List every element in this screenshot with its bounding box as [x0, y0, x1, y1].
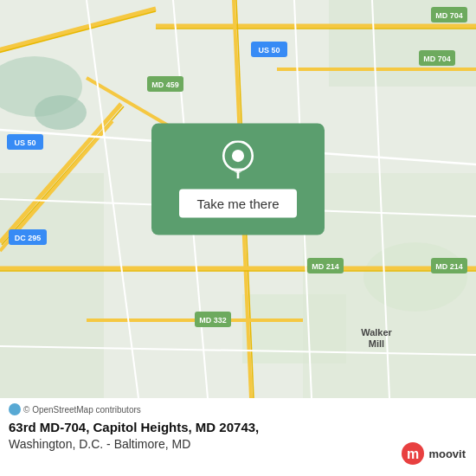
svg-point-2: [35, 95, 87, 130]
take-me-there-button[interactable]: Take me there: [179, 190, 296, 218]
location-title: 63rd MD-704, Capitol Heights, MD 20743,: [9, 419, 467, 436]
svg-rect-6: [0, 173, 104, 398]
osm-logo-icon: [9, 403, 21, 415]
location-subtitle: Washington, D.C. - Baltimore, MD: [9, 436, 467, 452]
svg-text:MD 214: MD 214: [435, 262, 463, 271]
svg-text:US 50: US 50: [258, 46, 280, 55]
svg-text:MD 459: MD 459: [151, 80, 179, 89]
svg-text:m: m: [407, 447, 419, 461]
svg-text:Mill: Mill: [369, 338, 384, 349]
moovit-m-icon: m: [401, 441, 425, 466]
svg-rect-7: [303, 173, 476, 398]
map-overlay: Take me there: [151, 124, 325, 235]
moovit-logo: m moovit: [401, 441, 466, 466]
svg-text:Walker: Walker: [361, 327, 392, 338]
svg-text:MD 704: MD 704: [435, 11, 463, 20]
moovit-brand-text: moovit: [428, 447, 466, 460]
svg-text:MD 214: MD 214: [312, 262, 339, 271]
svg-text:MD 704: MD 704: [423, 55, 451, 63]
osm-credit: © OpenStreetMap contributors: [9, 403, 467, 415]
footer: © OpenStreetMap contributors 63rd MD-704…: [0, 398, 476, 476]
svg-text:DC 295: DC 295: [15, 234, 42, 242]
location-pin-icon: [219, 141, 257, 179]
svg-text:MD 332: MD 332: [199, 316, 227, 325]
svg-point-52: [232, 150, 244, 162]
svg-text:US 50: US 50: [14, 138, 35, 147]
map-container: US 50 US 50 MD 704 MD 704 MD 459 704 DC …: [0, 0, 476, 398]
